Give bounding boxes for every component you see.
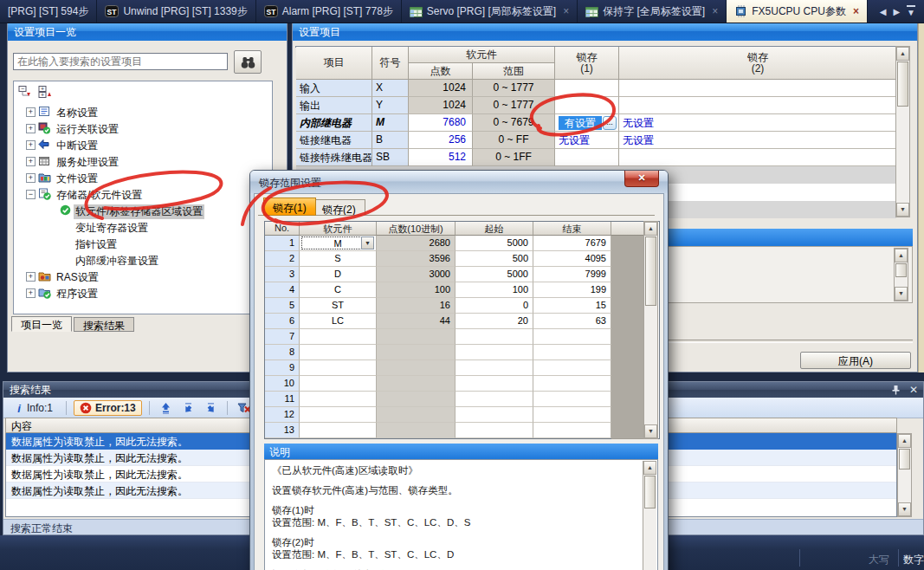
cell-end[interactable]: 15: [533, 298, 611, 314]
cell-latch2[interactable]: 无设置: [619, 132, 896, 149]
cell-end[interactable]: 63: [533, 314, 611, 329]
scroll-up-icon[interactable]: ▲: [898, 434, 911, 448]
cell-end[interactable]: [533, 423, 611, 438]
latch2-setting-value[interactable]: 无设置: [623, 117, 654, 129]
table-scrollbar[interactable]: ▲ ▼: [895, 46, 910, 217]
cell-end[interactable]: [533, 407, 611, 423]
cell-start[interactable]: 20: [456, 314, 533, 329]
cell-end[interactable]: [533, 345, 611, 360]
tab-search-result[interactable]: 搜索结果: [74, 317, 134, 332]
cell-points[interactable]: 256: [409, 132, 473, 149]
cell-device[interactable]: [300, 423, 377, 438]
scroll-thumb[interactable]: [895, 263, 907, 277]
tree-item[interactable]: −存储器/软元件设置: [14, 186, 272, 203]
scroll-thumb[interactable]: [645, 236, 656, 306]
cell-end[interactable]: 4095: [533, 251, 611, 267]
cell-device[interactable]: [300, 407, 377, 423]
cell-start[interactable]: [456, 423, 533, 438]
dialog-table-scrollbar[interactable]: ▲ ▼: [643, 221, 658, 439]
cell-device[interactable]: S: [300, 251, 377, 267]
search-button[interactable]: [234, 50, 262, 74]
tree-item[interactable]: +运行关联设置: [14, 120, 272, 137]
cell-start[interactable]: 0: [456, 298, 533, 314]
apply-button[interactable]: 应用(A): [800, 352, 911, 369]
tree-item[interactable]: 软元件/标签存储器区域设置: [14, 203, 272, 219]
tree-item[interactable]: +服务处理设置: [14, 153, 272, 170]
cell-end[interactable]: 7999: [533, 267, 611, 282]
tree-expander-icon[interactable]: −: [26, 190, 36, 199]
cell-start[interactable]: [456, 360, 533, 376]
note-scrollbar[interactable]: ▲ ▼: [894, 248, 908, 301]
tree-expander-icon[interactable]: +: [26, 288, 36, 298]
tree-item[interactable]: +程序设置: [14, 285, 272, 301]
cell-end[interactable]: [533, 392, 611, 407]
scroll-thumb[interactable]: [644, 476, 656, 508]
cell-latch1[interactable]: 有设置...: [555, 114, 619, 132]
editor-tab-1[interactable]: [PRG] [ST] 594步: [0, 0, 97, 23]
cell-device[interactable]: M▼: [300, 236, 377, 251]
tree-item[interactable]: +RAS设置: [14, 269, 272, 285]
cell-device[interactable]: ST: [300, 298, 377, 314]
tab-menu-icon[interactable]: ▼: [907, 5, 915, 17]
scroll-down-icon[interactable]: ▼: [895, 287, 908, 301]
cell-latch2[interactable]: [619, 80, 896, 97]
scroll-up-icon[interactable]: ▲: [644, 222, 657, 236]
tab-close-icon[interactable]: ×: [853, 5, 859, 17]
pin-icon[interactable]: [891, 385, 901, 395]
cell-latch1[interactable]: 无设置: [555, 132, 619, 149]
tab-scroll-left-icon[interactable]: ◀: [880, 7, 887, 16]
expand-tree-icon[interactable]: ++: [38, 85, 53, 98]
scroll-down-icon[interactable]: ▼: [898, 502, 911, 516]
cell-end[interactable]: 7679: [533, 236, 611, 251]
cell-start[interactable]: [456, 407, 533, 423]
dropdown-arrow-icon[interactable]: ▼: [361, 236, 374, 249]
cell-device[interactable]: D: [300, 267, 377, 282]
jump-first-icon[interactable]: [157, 402, 175, 414]
tab-close-icon[interactable]: ×: [563, 5, 569, 17]
jump-next-icon[interactable]: [202, 402, 220, 414]
latch1-setting-value[interactable]: 有设置: [559, 116, 602, 130]
tab-item-list[interactable]: 项目一览: [11, 316, 72, 332]
search-input[interactable]: [13, 53, 228, 70]
scroll-thumb[interactable]: [899, 449, 910, 470]
tree-item[interactable]: 内部缓冲容量设置: [14, 252, 272, 269]
collapse-tree-icon[interactable]: −: [18, 85, 33, 98]
latch1-setting-value[interactable]: 无设置: [559, 134, 590, 146]
info-filter-button[interactable]: i Info:1: [9, 400, 59, 416]
scroll-up-icon[interactable]: ▲: [896, 47, 909, 61]
result-scrollbar[interactable]: ▲ ▼: [897, 433, 912, 517]
tab-latch2[interactable]: 锁存(2): [313, 199, 365, 216]
cell-latch2[interactable]: [619, 149, 896, 166]
cell-device[interactable]: [300, 376, 377, 392]
cell-device[interactable]: [300, 345, 377, 360]
tree-item[interactable]: 变址寄存器设置: [14, 219, 272, 236]
tab-latch1[interactable]: 锁存(1): [263, 198, 316, 216]
latch2-setting-value[interactable]: 无设置: [623, 134, 654, 146]
tree-expander-icon[interactable]: +: [26, 107, 36, 117]
tab-close-icon[interactable]: ×: [712, 5, 718, 17]
tree-expander-icon[interactable]: +: [26, 272, 36, 282]
cell-device[interactable]: LC: [300, 314, 377, 329]
tree-item[interactable]: +名称设置: [14, 104, 272, 120]
latch1-ellipsis-button[interactable]: ...: [603, 116, 617, 130]
cell-start[interactable]: 5000: [456, 267, 533, 282]
tree-item[interactable]: 指针设置: [14, 236, 272, 252]
cell-start[interactable]: [456, 345, 533, 360]
cell-start[interactable]: 100: [456, 282, 533, 298]
tree-expander-icon[interactable]: +: [26, 140, 36, 150]
tab-scroll-right-icon[interactable]: ▶: [893, 7, 900, 16]
error-filter-button[interactable]: Error:13: [74, 400, 142, 416]
editor-tab-3[interactable]: STAlarm [PRG] [ST] 778步: [256, 0, 402, 23]
cell-start[interactable]: [456, 376, 533, 392]
scroll-down-icon[interactable]: ▼: [896, 203, 909, 217]
cell-device[interactable]: C: [300, 282, 377, 298]
tree-expander-icon[interactable]: +: [26, 173, 36, 183]
cell-latch1[interactable]: [555, 97, 619, 114]
editor-tab-4[interactable]: Servo [PRG] [局部标签设置]×: [402, 0, 578, 23]
scroll-down-icon[interactable]: ▼: [644, 424, 657, 438]
tree-item[interactable]: +文件设置: [14, 170, 272, 186]
dialog-close-button[interactable]: ✕: [624, 171, 659, 187]
close-icon[interactable]: ✕: [909, 384, 918, 396]
device-value-box[interactable]: M▼: [301, 236, 374, 249]
tree-expander-icon[interactable]: +: [26, 124, 36, 133]
